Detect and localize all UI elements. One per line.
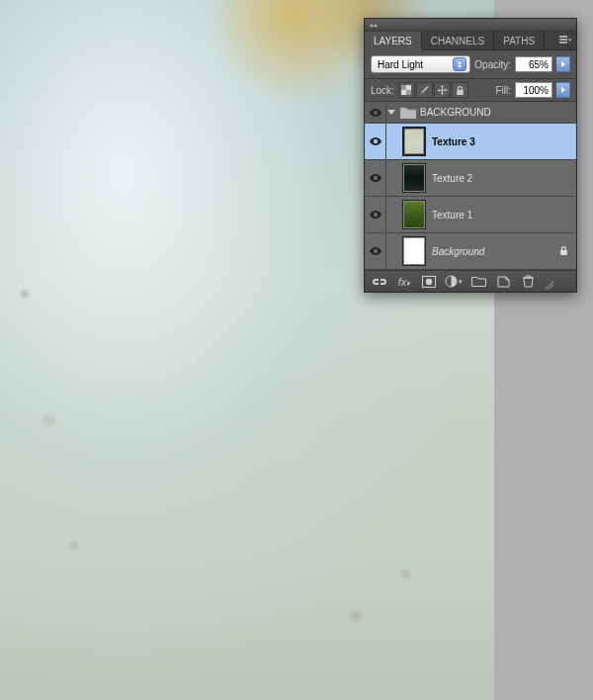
visibility-toggle[interactable] [365,197,386,232]
layer-texture-1[interactable]: Texture 1 [365,197,576,233]
panel-tabs: LAYERS CHANNELS PATHS [365,31,576,50]
eye-icon [369,173,382,183]
layer-name-label: Texture 3 [432,136,475,147]
new-group-button[interactable] [467,274,489,290]
fill-label: Fill: [495,85,511,96]
yin-yang-icon [445,275,458,288]
link-layers-button[interactable] [369,274,390,290]
panel-footer: fx▾ ▾ [365,270,576,292]
layers-panel: LAYERS CHANNELS PATHS Hard Light Opacity… [364,18,577,293]
tab-channels[interactable]: CHANNELS [422,31,494,49]
layer-thumbnail[interactable] [402,127,426,156]
fx-icon: fx▾ [398,276,411,288]
layer-thumbnail[interactable] [402,200,426,229]
blend-mode-value: Hard Light [378,59,423,70]
menu-icon [559,36,571,45]
visibility-toggle[interactable] [365,160,386,196]
svg-point-4 [426,278,432,284]
svg-rect-2 [406,90,411,95]
lock-pixels-button[interactable] [416,82,433,98]
lock-icon [456,85,465,96]
fill-input[interactable]: 100% [515,82,552,98]
lock-position-button[interactable] [434,82,451,98]
brush-icon [419,85,430,96]
disclosure-triangle-icon[interactable] [386,110,396,115]
lock-icon [559,245,568,256]
visibility-toggle[interactable] [365,233,386,269]
eye-icon [369,246,382,256]
eye-icon [369,210,382,219]
opacity-slider-button[interactable] [556,56,570,72]
layer-lock-indicator [559,245,568,258]
new-layer-button[interactable] [492,274,514,290]
layer-group-background[interactable]: BACKGROUND [365,102,576,124]
new-page-icon [497,276,510,288]
lock-label: Lock: [371,85,394,96]
folder-icon [400,106,416,119]
layer-thumbnail[interactable] [402,236,426,266]
eye-icon [369,136,382,146]
layer-mask-button[interactable] [418,274,440,290]
panel-menu-button[interactable] [554,31,576,49]
lock-all-button[interactable] [452,82,468,98]
layer-name-label: Texture 1 [432,210,472,220]
move-icon [437,85,448,96]
layer-list: BACKGROUND Texture 3 Texture 2 Texture [365,102,576,270]
layer-background[interactable]: Background [365,233,576,270]
layer-texture-3[interactable]: Texture 3 [365,124,576,160]
visibility-toggle[interactable] [365,102,386,123]
adjustment-layer-button[interactable]: ▾ [443,274,465,290]
trash-icon [523,275,534,288]
layer-style-button[interactable]: fx▾ [393,274,415,290]
link-icon [372,277,387,287]
eye-icon [369,108,382,118]
blend-mode-select[interactable]: Hard Light [371,55,470,73]
lock-transparent-button[interactable] [398,82,415,98]
svg-rect-1 [401,85,406,90]
layer-texture-2[interactable]: Texture 2 [365,160,576,197]
folder-icon [471,276,486,287]
mask-icon [422,276,436,288]
visibility-toggle[interactable] [365,124,386,159]
fill-slider-button[interactable] [556,82,570,98]
tab-paths[interactable]: PATHS [494,31,545,49]
collapse-icon [369,21,379,29]
opacity-label: Opacity: [474,59,511,70]
delete-layer-button[interactable] [517,274,539,290]
layer-thumbnail[interactable] [402,163,426,193]
opacity-input[interactable]: 65% [515,56,552,72]
tab-layers[interactable]: LAYERS [365,32,422,50]
layer-name-label: Background [432,246,484,257]
updown-icon [453,57,466,71]
lock-row: Lock: Fill: 100% [365,78,576,102]
lock-buttons [398,82,468,98]
group-name: BACKGROUND [420,107,491,118]
resize-grip-icon[interactable] [544,280,553,290]
panel-titlebar[interactable] [365,19,576,31]
blend-row: Hard Light Opacity: 65% [365,50,576,78]
checker-icon [401,85,411,95]
layer-name-label: Texture 2 [432,173,472,184]
